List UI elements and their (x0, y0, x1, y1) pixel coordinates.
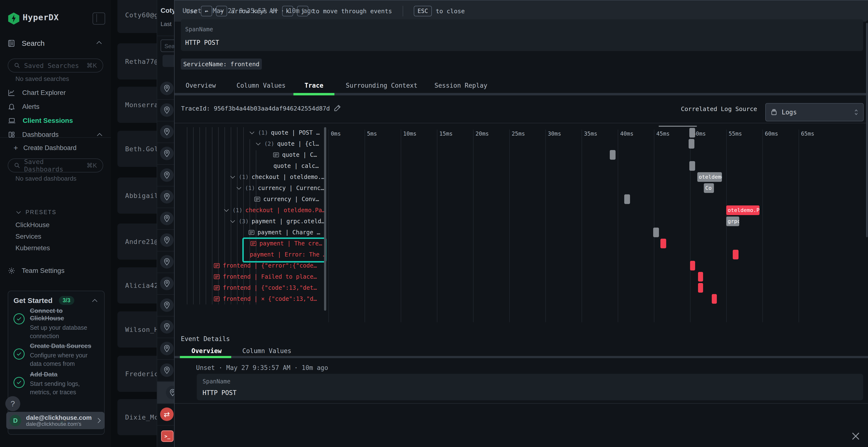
service-name-chip[interactable]: ServiceName: frontend (181, 59, 262, 70)
session-list-item[interactable]: Coty60@g (117, 0, 157, 33)
session-panel-button[interactable] (162, 55, 175, 67)
trace-tree-row[interactable]: (1)checkout | oteldemo.Pa… (175, 205, 328, 216)
session-event-row[interactable] (157, 338, 175, 360)
span-duration-bar[interactable] (733, 250, 739, 260)
session-event-row[interactable] (157, 99, 175, 122)
create-dashboard-button[interactable]: + Create Dashboard (13, 143, 76, 152)
trace-tree-row[interactable]: (2)quote | {cl… (175, 138, 328, 149)
trace-tree-row[interactable]: currency | Conv… (175, 194, 328, 205)
span-duration-bar[interactable] (698, 272, 703, 281)
saved-searches-input[interactable]: Saved Searches ⌘K (8, 59, 103, 72)
session-event-row[interactable] (157, 229, 175, 251)
session-event-row[interactable] (157, 251, 175, 273)
span-duration-bar[interactable] (653, 228, 659, 237)
session-event-row-terminal[interactable]: >_ (157, 425, 175, 447)
ed-active-tab-underline (180, 356, 231, 358)
session-list-item[interactable]: Retha77@ (117, 43, 157, 79)
tab-column-values[interactable]: Column Values (237, 82, 286, 89)
edit-pencil-icon[interactable] (334, 104, 341, 112)
chevron-down-icon[interactable] (229, 175, 236, 179)
session-list-item[interactable]: Abbigail (117, 177, 157, 214)
session-event-row[interactable] (157, 77, 175, 100)
trace-tree-row[interactable]: quote | C… (175, 149, 328, 161)
trace-tree-row[interactable]: frontend | × {"code":13,"d… (175, 294, 328, 304)
session-event-row[interactable] (157, 121, 175, 143)
presets-section-header[interactable]: PRESETS (16, 209, 56, 215)
span-duration-bar[interactable] (689, 139, 694, 148)
session-list-item[interactable]: Andre21@ (117, 224, 157, 260)
session-list-item[interactable]: Frederic (117, 356, 157, 392)
sidebar-collapse-button[interactable] (93, 12, 105, 25)
search-section-header[interactable]: Search (7, 38, 104, 48)
tab-trace[interactable]: Trace (305, 82, 323, 89)
span-duration-bar[interactable] (690, 261, 695, 271)
team-settings-item[interactable]: Team Settings (8, 267, 64, 275)
trace-tree-row[interactable]: frontend | Failed to place… (175, 271, 328, 282)
span-duration-bar[interactable] (689, 128, 695, 138)
session-event-row[interactable] (157, 273, 175, 295)
trace-tree-row[interactable]: payment | Charge … (175, 227, 328, 238)
ed-tab-overview[interactable]: Overview (191, 347, 222, 354)
chevron-down-icon[interactable] (249, 130, 255, 135)
span-duration-bar[interactable] (712, 294, 717, 304)
span-duration-bar[interactable]: Co (704, 183, 714, 193)
session-list-item[interactable]: Wilson_H (117, 311, 157, 347)
session-list-item[interactable]: Beth.Gol (117, 131, 157, 167)
tab-session-replay[interactable]: Session Replay (434, 82, 487, 89)
span-duration-bar[interactable]: oteldemo.C (697, 172, 722, 182)
session-event-row[interactable] (157, 143, 175, 165)
trace-tree-row[interactable]: frontend | {"code":13,"det… (175, 282, 328, 294)
span-duration-bar[interactable] (698, 283, 703, 293)
preset-item-services[interactable]: Services (16, 233, 41, 240)
timeline-minimap-indicator[interactable] (659, 126, 697, 127)
span-duration-bar[interactable] (689, 161, 695, 171)
tree-scrollbar[interactable] (324, 127, 326, 311)
span-duration-bar[interactable] (660, 239, 666, 248)
trace-tree-row[interactable]: quote | calc… (175, 161, 328, 171)
session-list-item[interactable]: Alicia42 (117, 267, 157, 304)
span-duration-bar[interactable]: oteldemo.Pay (726, 205, 760, 215)
preset-item-kubernetes[interactable]: Kubernetes (16, 244, 50, 252)
drawer-scrollbar[interactable] (866, 23, 868, 237)
session-event-row[interactable] (157, 359, 175, 381)
timeline-tick-label: 25ms (512, 131, 525, 137)
chevron-down-icon[interactable] (255, 141, 261, 146)
session-event-row-selected[interactable] (157, 382, 175, 404)
sidebar-item-alerts[interactable]: Alerts (0, 100, 111, 114)
session-event-row-error[interactable]: ⇄ (157, 403, 175, 425)
ed-tab-column-values[interactable]: Column Values (242, 347, 291, 354)
span-duration-bar[interactable] (610, 150, 616, 160)
session-event-row[interactable] (157, 294, 175, 316)
span-duration-bar[interactable] (624, 194, 630, 204)
session-list-item[interactable]: Monserra (117, 87, 157, 123)
session-event-row[interactable] (157, 316, 175, 338)
chevron-down-icon[interactable] (236, 186, 242, 191)
tab-surrounding-context[interactable]: Surrounding Context (346, 82, 417, 89)
user-menu[interactable]: D dale@clickhouse.com dale@clickhouse.co… (6, 412, 105, 429)
sidebar-item-chart-explorer[interactable]: Chart Explorer (0, 86, 111, 100)
span-duration-bar[interactable]: grpc (726, 216, 739, 226)
chevron-up-icon[interactable] (96, 133, 103, 137)
log-source-select[interactable]: Logs (765, 103, 864, 122)
close-icon[interactable] (850, 431, 861, 442)
saved-dashboards-input[interactable]: Saved Dashboards ⌘K (8, 159, 103, 172)
help-button[interactable]: ? (5, 396, 20, 411)
preset-item-clickhouse[interactable]: ClickHouse (16, 221, 50, 229)
trace-tree-row[interactable]: (1)quote | POST … (175, 127, 328, 138)
session-search-input[interactable]: Search (161, 39, 175, 52)
chevron-down-icon[interactable] (229, 219, 236, 224)
chevron-down-icon[interactable] (223, 208, 229, 213)
session-event-row[interactable] (157, 208, 175, 230)
session-list-item[interactable]: Dixie_Mc (117, 399, 157, 435)
session-event-row[interactable] (157, 186, 175, 208)
trace-tree-row[interactable]: (3)payment | grpc.oteld… (175, 216, 328, 227)
chevron-up-icon[interactable] (92, 299, 98, 303)
chevron-up-icon[interactable] (96, 40, 102, 45)
session-event-row[interactable] (157, 164, 175, 186)
trace-tree-row[interactable]: (1)checkout | oteldemo.… (175, 171, 328, 182)
sidebar-item-dashboards[interactable]: Dashboards (0, 128, 111, 142)
esc-key[interactable]: ESC (414, 6, 432, 16)
tab-overview[interactable]: Overview (186, 82, 216, 89)
sidebar-item-client-sessions[interactable]: Client Sessions (0, 114, 111, 128)
trace-tree-row[interactable]: (1)currency | Currenc… (175, 182, 328, 194)
